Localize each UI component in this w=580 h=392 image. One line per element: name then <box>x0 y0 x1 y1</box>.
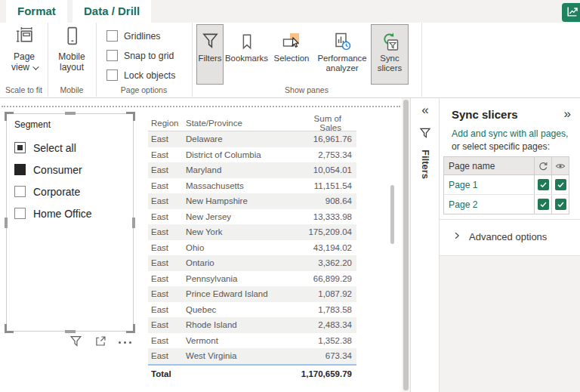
filters-pane-label[interactable]: Filters <box>420 150 431 179</box>
cell-state: New Jersey <box>186 212 304 221</box>
table-row[interactable]: EastDistrict of Columbia2,753.34 <box>148 147 356 163</box>
slicer-checkbox[interactable] <box>14 164 26 175</box>
group-label-scale-to-fit: Scale to fit <box>0 85 48 94</box>
slicer-checkbox[interactable] <box>14 208 26 219</box>
powerbi-window: Format Data / Drill Page view Scale to f… <box>0 0 580 392</box>
sync-page-row: Page 1 <box>444 175 569 194</box>
gridlines-checkbox-row[interactable]: Gridlines <box>106 30 161 42</box>
lock-objects-checkbox[interactable] <box>106 69 118 81</box>
column-header-sales[interactable]: Sum of Sales <box>304 114 356 132</box>
column-header-region[interactable]: Region <box>148 119 186 128</box>
resize-handle-bottom-left[interactable] <box>5 324 14 333</box>
table-row[interactable]: EastRhode Island2,483.34 <box>148 317 356 333</box>
table-body: EastDelaware16,961.76EastDistrict of Col… <box>148 131 356 364</box>
mobile-layout-label: Mobile layout <box>53 51 91 73</box>
cell-state: Quebec <box>186 305 304 314</box>
snap-to-grid-checkbox-row[interactable]: Snap to grid <box>106 50 174 61</box>
collapse-sync-pane-icon[interactable]: » <box>564 106 571 122</box>
table-row[interactable]: EastNew York175,209.04 <box>148 224 356 240</box>
filters-pane-button[interactable]: Filters <box>196 24 224 85</box>
slicer-item[interactable]: Select all <box>14 137 125 159</box>
column-header-state[interactable]: State/Province <box>186 119 304 128</box>
sync-page-row: Page 2 <box>444 194 569 214</box>
advanced-options-toggle[interactable]: Advanced options <box>452 230 547 243</box>
total-value: 1,170,659.79 <box>301 369 356 378</box>
selection-pane-button[interactable]: Selection <box>270 24 313 85</box>
filters-pane-collapsed: « Filters <box>410 98 440 392</box>
visibility-checkbox[interactable] <box>555 199 566 210</box>
slicer-checkbox[interactable] <box>14 142 26 153</box>
sync-page-name[interactable]: Page 1 <box>444 180 534 190</box>
sync-slicers-title: Sync slicers <box>452 108 518 121</box>
slicer-item[interactable]: Corporate <box>14 181 125 202</box>
expand-filters-pane-icon[interactable]: « <box>421 103 428 118</box>
gridlines-checkbox[interactable] <box>106 30 118 42</box>
sync-slicers-pane-button[interactable]: Sync slicers <box>371 24 409 85</box>
snap-to-grid-checkbox[interactable] <box>106 50 118 61</box>
mobile-layout-button[interactable]: Mobile layout <box>53 26 91 73</box>
table-row[interactable]: EastMaryland10,054.01 <box>148 162 356 178</box>
resize-handle-top-left[interactable] <box>5 112 14 121</box>
slicer-item[interactable]: Consumer <box>14 159 125 181</box>
table-total-row: Total 1,170,659.79 <box>148 364 356 383</box>
cell-state: District of Columbia <box>186 150 304 159</box>
resize-handle-left[interactable] <box>5 218 8 228</box>
report-canvas: Segment Select allConsumerCorporateHome … <box>0 98 402 392</box>
sync-checkbox[interactable] <box>538 199 549 210</box>
more-options-icon[interactable] <box>119 341 131 344</box>
resize-handle-right[interactable] <box>132 218 135 228</box>
tab-format[interactable]: Format <box>6 0 67 23</box>
tab-data-drill[interactable]: Data / Drill <box>72 0 151 23</box>
funnel-icon[interactable] <box>419 127 431 142</box>
segment-slicer-visual[interactable]: Segment Select allConsumerCorporateHome … <box>6 113 134 332</box>
funnel-icon <box>201 29 220 54</box>
table-row[interactable]: EastOntario3,362.20 <box>148 255 356 271</box>
page-view-button[interactable]: Page view <box>6 26 42 73</box>
resize-handle-top[interactable] <box>65 112 76 115</box>
page-scrollbar-thumb[interactable] <box>403 100 409 390</box>
focus-mode-icon[interactable] <box>94 335 107 350</box>
visibility-checkbox[interactable] <box>555 179 566 190</box>
checkbox-cell <box>534 175 551 194</box>
sync-page-name[interactable]: Page 2 <box>444 199 534 210</box>
resize-handle-bottom-right[interactable] <box>126 324 135 333</box>
performance-analyzer-button-label: Performance analyzer <box>316 54 369 73</box>
sync-checkbox[interactable] <box>538 179 549 190</box>
lock-objects-checkbox-row[interactable]: Lock objects <box>106 69 175 81</box>
cell-region: East <box>148 150 186 159</box>
pane-empty-area <box>440 256 580 392</box>
chevron-right-icon <box>452 230 461 243</box>
resize-handle-top-right[interactable] <box>126 112 135 121</box>
publish-button[interactable] <box>562 3 580 22</box>
selection-button-label: Selection <box>274 54 310 63</box>
chevron-down-icon <box>32 63 39 69</box>
cell-region: East <box>148 196 186 205</box>
table-header-row: Region State/Province Sum of Sales <box>148 116 356 131</box>
performance-analyzer-pane-button[interactable]: Performance analyzer <box>315 24 369 85</box>
table-row[interactable]: EastMassachusetts11,151.54 <box>148 178 356 194</box>
cell-state: Vermont <box>186 336 304 345</box>
cell-region: East <box>148 336 186 345</box>
cell-state: Pennsylvania <box>186 274 304 283</box>
table-row[interactable]: EastDelaware16,961.76 <box>148 131 356 147</box>
table-scrollbar-thumb[interactable] <box>390 185 394 244</box>
table-row[interactable]: EastPrince Edward Island1,087.92 <box>148 286 356 302</box>
sync-description-line2: or select specific pages: <box>452 140 568 153</box>
bookmarks-pane-button[interactable]: Bookmarks <box>225 24 268 85</box>
slicer-item[interactable]: Home Office <box>14 202 125 224</box>
cell-region: East <box>148 289 186 298</box>
table-row[interactable]: EastNew Hampshire908.64 <box>148 193 356 209</box>
cell-region: East <box>148 227 186 236</box>
table-row[interactable]: EastOhio43,194.02 <box>148 240 356 256</box>
total-label: Total <box>148 369 301 378</box>
cell-region: East <box>148 212 186 221</box>
table-row[interactable]: EastVermont1,352.38 <box>148 333 356 349</box>
table-row[interactable]: EastQuebec1,783.58 <box>148 302 356 318</box>
resize-handle-bottom[interactable] <box>65 330 76 333</box>
table-row[interactable]: EastNew Jersey13,333.98 <box>148 209 356 225</box>
table-row[interactable]: EastWest Virginia673.34 <box>148 348 356 364</box>
slicer-checkbox[interactable] <box>14 186 26 197</box>
sync-pages-table: Page name Page 1Page 2 <box>443 156 569 215</box>
table-row[interactable]: EastPennsylvania66,899.29 <box>148 271 356 287</box>
filter-icon[interactable] <box>69 335 82 350</box>
